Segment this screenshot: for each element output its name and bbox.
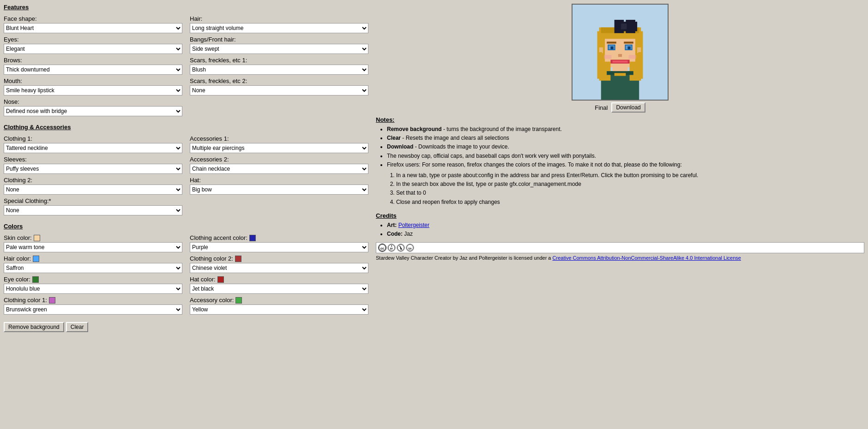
character-preview: [572, 4, 669, 101]
svg-text:SA: SA: [408, 247, 412, 250]
scars1-label: Scars, freckles, etc 1:: [190, 57, 368, 64]
scars2-label: Scars, freckles, etc 2:: [190, 77, 368, 84]
mouth-select[interactable]: Smile heavy lipstick Neutral Smile: [4, 85, 182, 95]
clothing-color2-swatch: [235, 256, 241, 262]
mouth-label: Mouth:: [4, 77, 182, 84]
svg-rect-27: [629, 55, 636, 59]
art-link[interactable]: Poltergeister: [398, 222, 429, 228]
clear-button[interactable]: Clear: [66, 322, 89, 332]
clothing1-label: Clothing 1:: [4, 135, 182, 142]
nose-select[interactable]: Defined nose with bridge Small Button: [4, 106, 182, 116]
svg-rect-25: [613, 61, 628, 63]
face-shape-select[interactable]: Blunt Heart Oval Round Square: [4, 23, 182, 33]
clothing-accent-select[interactable]: Purple None Gold: [190, 242, 368, 252]
accessory-color-swatch: [235, 297, 242, 304]
accessories1-label: Accessories 1:: [190, 135, 368, 142]
svg-rect-20: [627, 47, 630, 49]
art-label: Art:: [387, 222, 397, 228]
code-label: Code:: [387, 231, 403, 237]
clothing-color1-select[interactable]: Brunswick green Black White: [4, 304, 182, 315]
colors-title: Colors: [4, 223, 368, 230]
clothing-title: Clothing & Accessories: [4, 124, 368, 131]
features-title: Features: [4, 4, 368, 11]
hat-select[interactable]: Big bow None Baseball cap: [190, 185, 368, 195]
special-clothing-select[interactable]: None Wedding dress Armor: [4, 205, 182, 215]
final-label: Final: [595, 104, 608, 111]
credits-code: Code: Jaz: [387, 230, 864, 238]
accessories2-select[interactable]: Chain necklace None Pendant: [190, 164, 368, 174]
svg-text:BY: BY: [390, 248, 393, 250]
license-prefix: Stardew Valley Character Creator by Jaz …: [376, 255, 553, 261]
svg-rect-13: [626, 20, 635, 33]
svg-rect-23: [618, 54, 622, 57]
download-button[interactable]: Download: [611, 102, 645, 113]
eye-color-swatch: [32, 276, 39, 283]
notes-item-firefox: Firefox users: For some reason, firefox …: [387, 161, 864, 207]
cc-icon: cc: [378, 244, 386, 252]
bangs-select[interactable]: Side swept None Full bangs: [190, 44, 368, 54]
clothing1-select[interactable]: Tattered neckline T-shirt Blouse: [4, 143, 182, 153]
clothing-accent-label: Clothing accent color:: [190, 234, 247, 241]
notes-item-clear: Clear - Resets the image and clears all …: [387, 134, 864, 143]
bangs-label: Bangs/Front hair:: [190, 36, 368, 43]
accessory-color-select[interactable]: Yellow Gold Silver: [190, 304, 368, 315]
notes-item-remove-bg: Remove background - turns the background…: [387, 125, 864, 134]
clothing-color1-swatch: [49, 297, 55, 304]
eyes-select[interactable]: Elegant Normal Wide: [4, 44, 182, 54]
notes-section: Notes: Remove background - turns the bac…: [376, 116, 864, 207]
notes-item-download: Download - Downloads the image to your d…: [387, 143, 864, 151]
license-container: cc ● BY $: [376, 242, 864, 261]
svg-rect-19: [610, 47, 613, 49]
notes-list: Remove background - turns the background…: [376, 125, 864, 207]
accessories2-label: Accessories 2:: [190, 156, 368, 163]
remove-background-button[interactable]: Remove background: [4, 322, 64, 332]
cc-badge: cc ● BY $: [376, 242, 864, 253]
sa-icon: SA: [406, 244, 414, 252]
firefox-step-1: In a new tab, type or paste about:config…: [396, 171, 864, 180]
nc-icon: $: [397, 244, 405, 252]
image-controls: Final Download: [595, 102, 645, 113]
credits-list: Art: Poltergeister Code: Jaz: [376, 221, 864, 238]
credits-art: Art: Poltergeister: [387, 221, 864, 230]
hair-select[interactable]: Long straight volume Short Curly: [190, 23, 368, 33]
sleeves-select[interactable]: Puffy sleeves Short sleeves Long sleeves: [4, 164, 182, 174]
clothing-color2-select[interactable]: Chinese violet Black White: [190, 263, 368, 273]
clothing-color2-label: Clothing color 2:: [190, 255, 233, 262]
scars2-select[interactable]: None Freckles Scars: [190, 85, 368, 95]
hat-label: Hat:: [190, 177, 368, 184]
license-link[interactable]: Creative Commons Attribution-NonCommerci…: [553, 255, 741, 261]
nose-label: Nose:: [4, 98, 182, 105]
eye-color-select[interactable]: Honolulu blue Brown Green: [4, 284, 182, 294]
license-text: Stardew Valley Character Creator by Jaz …: [376, 255, 864, 261]
special-clothing-label: Special Clothing:*: [4, 197, 182, 204]
scars1-select[interactable]: Blush None Freckles: [190, 65, 368, 75]
skin-color-label: Skin color:: [4, 234, 32, 241]
svg-text:●: ●: [391, 244, 392, 247]
eye-color-label: Eye color:: [4, 276, 30, 283]
notes-title: Notes:: [376, 116, 864, 123]
skin-color-select[interactable]: Pale warm tone Fair Medium: [4, 242, 182, 252]
button-row: Remove background Clear: [4, 322, 368, 332]
hat-color-select[interactable]: Jet black White Red: [190, 284, 368, 294]
svg-rect-14: [621, 24, 627, 29]
character-image-container: Final Download: [376, 4, 864, 113]
firefox-step-4: Close and reopen firefox to apply change…: [396, 198, 864, 207]
svg-rect-26: [604, 55, 611, 59]
credits-title: Credits: [376, 212, 864, 219]
hair-color-label: Hair color:: [4, 255, 31, 262]
clothing2-select[interactable]: None Vest Jacket: [4, 185, 182, 195]
clothing2-label: Clothing 2:: [4, 177, 182, 184]
svg-rect-30: [599, 52, 602, 54]
brows-select[interactable]: Thick downturned Thin Arched: [4, 65, 182, 75]
notes-item-ponytails: The newsboy cap, official caps, and base…: [387, 152, 864, 161]
colors-section: Colors Skin color: Pale warm tone Fair M…: [4, 223, 368, 315]
clothing-color1-label: Clothing color 1:: [4, 297, 47, 304]
hat-color-swatch: [217, 276, 224, 283]
accessories1-select[interactable]: Multiple ear piercings None Earrings: [190, 143, 368, 153]
hair-color-swatch: [33, 256, 39, 262]
hair-label: Hair:: [190, 15, 368, 22]
svg-rect-31: [638, 52, 641, 54]
clothing-accent-swatch: [249, 235, 256, 241]
clothing-section: Clothing & Accessories Clothing 1: Tatte…: [4, 124, 368, 215]
hair-color-select[interactable]: Saffron Black Brown: [4, 263, 182, 273]
